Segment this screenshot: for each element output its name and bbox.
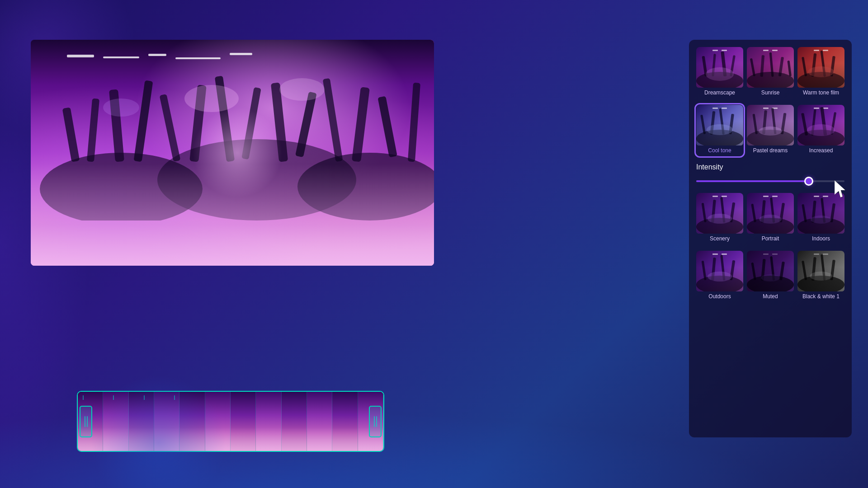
filter-label-dreamscape: Dreamscape [696,88,743,98]
timeline-handle-left[interactable] [80,406,92,437]
svg-point-68 [759,215,782,224]
svg-point-69 [797,218,844,234]
svg-rect-14 [352,87,370,162]
svg-rect-3 [62,107,80,162]
timeline-frame [205,392,231,451]
svg-rect-51 [801,113,808,136]
svg-point-74 [811,216,831,224]
svg-point-20 [696,72,743,88]
svg-rect-45 [752,114,758,134]
filter-item-portrait[interactable]: Portrait [747,193,794,244]
svg-point-37 [808,66,834,77]
timeline-frame [332,392,358,451]
filter-item-warm-tone-film[interactable]: Warm tone film [797,47,844,98]
svg-point-49 [759,127,782,136]
svg-rect-53 [820,107,827,136]
intensity-thumb[interactable] [804,177,813,186]
intensity-fill [696,180,807,182]
svg-point-55 [807,124,835,136]
svg-rect-40 [710,111,715,135]
filter-thumbnail-increased [797,105,844,145]
filter-item-sunrise[interactable]: Sunrise [747,47,794,98]
filter-item-muted[interactable]: Muted [747,251,794,301]
svg-rect-31 [787,61,792,76]
svg-rect-82 [751,263,756,280]
svg-rect-88 [802,261,807,280]
timeline-frames [78,392,383,451]
filter-item-cool-tone[interactable]: Cool tone [696,105,743,155]
svg-rect-54 [830,112,836,135]
svg-point-63 [747,218,794,234]
svg-rect-79 [730,260,736,280]
svg-rect-48 [781,113,787,134]
filters-grid-third: Scenery Portrait [696,193,844,244]
filter-thumbnail-outdoors [696,251,743,291]
svg-point-80 [708,272,732,282]
filter-item-increased[interactable]: Increased [797,105,844,155]
filter-item-pastel-dreams[interactable]: Pastel dreams [747,105,794,155]
svg-rect-58 [702,203,707,222]
svg-rect-59 [711,200,716,223]
svg-rect-41 [719,108,725,135]
intensity-track[interactable] [696,180,844,182]
svg-rect-66 [770,197,775,223]
filter-thumbnail-sunrise [747,47,794,88]
svg-rect-64 [751,204,756,222]
filter-label-outdoors: Outdoors [696,291,743,301]
timeline-frame [256,392,281,451]
svg-rect-72 [821,198,826,223]
timeline-strip[interactable] [77,391,384,452]
handle-lines-right [374,416,377,427]
svg-rect-42 [729,114,734,134]
svg-rect-83 [761,259,766,281]
svg-rect-28 [760,55,764,77]
svg-rect-16 [408,83,420,162]
svg-rect-52 [811,109,816,136]
filter-item-black-white[interactable]: Black & white 1 [797,251,844,301]
svg-point-25 [706,67,734,81]
filters-grid-fourth: Outdoors Muted [696,251,844,301]
filter-thumbnail-pastel [747,105,794,145]
svg-point-26 [747,72,794,88]
svg-rect-30 [778,57,784,76]
svg-rect-22 [712,54,716,76]
svg-rect-29 [769,52,774,77]
svg-rect-70 [802,204,807,222]
svg-rect-85 [779,262,785,280]
svg-rect-15 [377,96,397,158]
smoke-effect [31,164,434,266]
filter-item-scenery[interactable]: Scenery [696,193,743,244]
timeline-frame [231,392,256,451]
svg-rect-71 [811,201,816,223]
timeline-frame [307,392,332,451]
svg-point-81 [747,276,794,291]
svg-point-18 [279,78,325,101]
svg-rect-67 [779,203,785,222]
svg-point-44 [747,130,794,145]
filter-label-muted: Muted [747,291,794,301]
filter-item-indoors[interactable]: Indoors [797,193,844,244]
filter-label-portrait: Portrait [747,234,794,244]
video-preview [31,40,434,266]
filter-label-bw: Black & white 1 [797,291,844,301]
svg-rect-27 [750,58,755,76]
svg-rect-89 [811,257,816,281]
svg-rect-34 [811,53,816,77]
filter-thumbnail-scenery [696,193,743,234]
svg-point-57 [696,218,743,234]
svg-rect-33 [802,57,807,76]
intensity-slider-container[interactable] [696,177,844,186]
filter-thumbnail-cool-tone [696,105,743,145]
filter-item-outdoors[interactable]: Outdoors [696,251,743,301]
timeline-frame [129,392,154,451]
filter-label-warm-tone: Warm tone film [797,88,844,98]
svg-point-38 [696,130,743,145]
svg-point-50 [797,130,844,145]
filter-item-dreamscape[interactable]: Dreamscape [696,47,743,98]
svg-rect-39 [700,115,706,134]
svg-point-17 [184,85,239,112]
svg-rect-35 [820,51,826,77]
svg-point-92 [810,272,832,281]
timeline-handle-right[interactable] [369,406,382,437]
timeline-frame [179,392,205,451]
